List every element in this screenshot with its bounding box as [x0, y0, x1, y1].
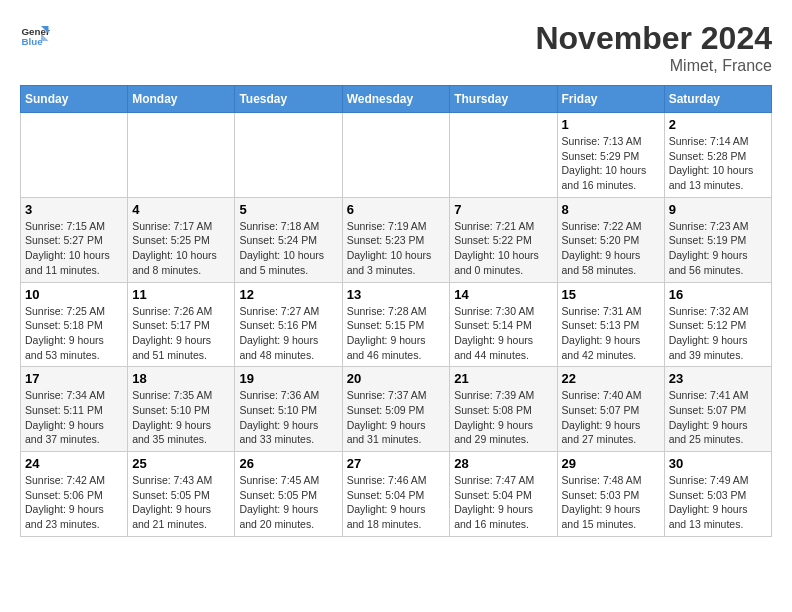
page-header: General Blue November 2024 Mimet, France	[20, 20, 772, 75]
day-info: Sunrise: 7:40 AM Sunset: 5:07 PM Dayligh…	[562, 388, 660, 447]
calendar-cell: 12Sunrise: 7:27 AM Sunset: 5:16 PM Dayli…	[235, 282, 342, 367]
day-number: 15	[562, 287, 660, 302]
calendar-cell: 21Sunrise: 7:39 AM Sunset: 5:08 PM Dayli…	[450, 367, 557, 452]
day-info: Sunrise: 7:26 AM Sunset: 5:17 PM Dayligh…	[132, 304, 230, 363]
day-number: 21	[454, 371, 552, 386]
day-number: 29	[562, 456, 660, 471]
calendar-cell: 16Sunrise: 7:32 AM Sunset: 5:12 PM Dayli…	[664, 282, 771, 367]
day-number: 13	[347, 287, 446, 302]
calendar-cell: 27Sunrise: 7:46 AM Sunset: 5:04 PM Dayli…	[342, 452, 450, 537]
calendar-cell: 15Sunrise: 7:31 AM Sunset: 5:13 PM Dayli…	[557, 282, 664, 367]
day-info: Sunrise: 7:22 AM Sunset: 5:20 PM Dayligh…	[562, 219, 660, 278]
day-number: 30	[669, 456, 767, 471]
day-info: Sunrise: 7:27 AM Sunset: 5:16 PM Dayligh…	[239, 304, 337, 363]
calendar-cell: 8Sunrise: 7:22 AM Sunset: 5:20 PM Daylig…	[557, 197, 664, 282]
day-number: 2	[669, 117, 767, 132]
day-number: 20	[347, 371, 446, 386]
day-number: 18	[132, 371, 230, 386]
day-header-sunday: Sunday	[21, 86, 128, 113]
day-number: 19	[239, 371, 337, 386]
week-row-5: 24Sunrise: 7:42 AM Sunset: 5:06 PM Dayli…	[21, 452, 772, 537]
day-info: Sunrise: 7:23 AM Sunset: 5:19 PM Dayligh…	[669, 219, 767, 278]
month-title: November 2024	[535, 20, 772, 57]
calendar-cell: 22Sunrise: 7:40 AM Sunset: 5:07 PM Dayli…	[557, 367, 664, 452]
calendar-cell: 19Sunrise: 7:36 AM Sunset: 5:10 PM Dayli…	[235, 367, 342, 452]
calendar-cell: 6Sunrise: 7:19 AM Sunset: 5:23 PM Daylig…	[342, 197, 450, 282]
calendar-cell: 3Sunrise: 7:15 AM Sunset: 5:27 PM Daylig…	[21, 197, 128, 282]
day-number: 17	[25, 371, 123, 386]
day-number: 3	[25, 202, 123, 217]
calendar-cell: 28Sunrise: 7:47 AM Sunset: 5:04 PM Dayli…	[450, 452, 557, 537]
day-number: 5	[239, 202, 337, 217]
svg-text:Blue: Blue	[22, 36, 44, 47]
week-row-1: 1Sunrise: 7:13 AM Sunset: 5:29 PM Daylig…	[21, 113, 772, 198]
calendar-cell	[21, 113, 128, 198]
calendar-cell: 4Sunrise: 7:17 AM Sunset: 5:25 PM Daylig…	[128, 197, 235, 282]
logo-icon: General Blue	[20, 20, 50, 50]
calendar-cell: 29Sunrise: 7:48 AM Sunset: 5:03 PM Dayli…	[557, 452, 664, 537]
day-number: 11	[132, 287, 230, 302]
day-info: Sunrise: 7:45 AM Sunset: 5:05 PM Dayligh…	[239, 473, 337, 532]
day-number: 1	[562, 117, 660, 132]
day-info: Sunrise: 7:31 AM Sunset: 5:13 PM Dayligh…	[562, 304, 660, 363]
day-info: Sunrise: 7:14 AM Sunset: 5:28 PM Dayligh…	[669, 134, 767, 193]
calendar-cell: 18Sunrise: 7:35 AM Sunset: 5:10 PM Dayli…	[128, 367, 235, 452]
day-header-wednesday: Wednesday	[342, 86, 450, 113]
location: Mimet, France	[535, 57, 772, 75]
day-header-saturday: Saturday	[664, 86, 771, 113]
calendar-cell	[128, 113, 235, 198]
day-number: 6	[347, 202, 446, 217]
day-info: Sunrise: 7:21 AM Sunset: 5:22 PM Dayligh…	[454, 219, 552, 278]
calendar-table: SundayMondayTuesdayWednesdayThursdayFrid…	[20, 85, 772, 537]
day-number: 26	[239, 456, 337, 471]
day-info: Sunrise: 7:32 AM Sunset: 5:12 PM Dayligh…	[669, 304, 767, 363]
calendar-cell: 7Sunrise: 7:21 AM Sunset: 5:22 PM Daylig…	[450, 197, 557, 282]
day-info: Sunrise: 7:34 AM Sunset: 5:11 PM Dayligh…	[25, 388, 123, 447]
day-number: 8	[562, 202, 660, 217]
calendar-cell: 11Sunrise: 7:26 AM Sunset: 5:17 PM Dayli…	[128, 282, 235, 367]
day-info: Sunrise: 7:25 AM Sunset: 5:18 PM Dayligh…	[25, 304, 123, 363]
day-info: Sunrise: 7:37 AM Sunset: 5:09 PM Dayligh…	[347, 388, 446, 447]
day-info: Sunrise: 7:15 AM Sunset: 5:27 PM Dayligh…	[25, 219, 123, 278]
day-number: 24	[25, 456, 123, 471]
day-info: Sunrise: 7:39 AM Sunset: 5:08 PM Dayligh…	[454, 388, 552, 447]
day-number: 27	[347, 456, 446, 471]
calendar-cell	[342, 113, 450, 198]
calendar-cell: 26Sunrise: 7:45 AM Sunset: 5:05 PM Dayli…	[235, 452, 342, 537]
calendar-cell: 20Sunrise: 7:37 AM Sunset: 5:09 PM Dayli…	[342, 367, 450, 452]
day-header-thursday: Thursday	[450, 86, 557, 113]
week-row-2: 3Sunrise: 7:15 AM Sunset: 5:27 PM Daylig…	[21, 197, 772, 282]
calendar-cell: 10Sunrise: 7:25 AM Sunset: 5:18 PM Dayli…	[21, 282, 128, 367]
day-info: Sunrise: 7:48 AM Sunset: 5:03 PM Dayligh…	[562, 473, 660, 532]
calendar-cell: 14Sunrise: 7:30 AM Sunset: 5:14 PM Dayli…	[450, 282, 557, 367]
week-row-3: 10Sunrise: 7:25 AM Sunset: 5:18 PM Dayli…	[21, 282, 772, 367]
day-info: Sunrise: 7:35 AM Sunset: 5:10 PM Dayligh…	[132, 388, 230, 447]
day-info: Sunrise: 7:47 AM Sunset: 5:04 PM Dayligh…	[454, 473, 552, 532]
day-info: Sunrise: 7:42 AM Sunset: 5:06 PM Dayligh…	[25, 473, 123, 532]
calendar-cell: 2Sunrise: 7:14 AM Sunset: 5:28 PM Daylig…	[664, 113, 771, 198]
day-number: 25	[132, 456, 230, 471]
day-number: 4	[132, 202, 230, 217]
day-info: Sunrise: 7:18 AM Sunset: 5:24 PM Dayligh…	[239, 219, 337, 278]
calendar-cell: 13Sunrise: 7:28 AM Sunset: 5:15 PM Dayli…	[342, 282, 450, 367]
day-info: Sunrise: 7:41 AM Sunset: 5:07 PM Dayligh…	[669, 388, 767, 447]
day-number: 22	[562, 371, 660, 386]
calendar-cell: 5Sunrise: 7:18 AM Sunset: 5:24 PM Daylig…	[235, 197, 342, 282]
day-number: 7	[454, 202, 552, 217]
day-header-monday: Monday	[128, 86, 235, 113]
day-info: Sunrise: 7:46 AM Sunset: 5:04 PM Dayligh…	[347, 473, 446, 532]
calendar-cell: 1Sunrise: 7:13 AM Sunset: 5:29 PM Daylig…	[557, 113, 664, 198]
day-info: Sunrise: 7:19 AM Sunset: 5:23 PM Dayligh…	[347, 219, 446, 278]
calendar-cell	[450, 113, 557, 198]
day-info: Sunrise: 7:13 AM Sunset: 5:29 PM Dayligh…	[562, 134, 660, 193]
day-number: 10	[25, 287, 123, 302]
day-number: 14	[454, 287, 552, 302]
calendar-cell: 9Sunrise: 7:23 AM Sunset: 5:19 PM Daylig…	[664, 197, 771, 282]
day-info: Sunrise: 7:36 AM Sunset: 5:10 PM Dayligh…	[239, 388, 337, 447]
calendar-cell: 24Sunrise: 7:42 AM Sunset: 5:06 PM Dayli…	[21, 452, 128, 537]
day-info: Sunrise: 7:28 AM Sunset: 5:15 PM Dayligh…	[347, 304, 446, 363]
day-number: 9	[669, 202, 767, 217]
day-number: 16	[669, 287, 767, 302]
day-info: Sunrise: 7:17 AM Sunset: 5:25 PM Dayligh…	[132, 219, 230, 278]
day-header-tuesday: Tuesday	[235, 86, 342, 113]
